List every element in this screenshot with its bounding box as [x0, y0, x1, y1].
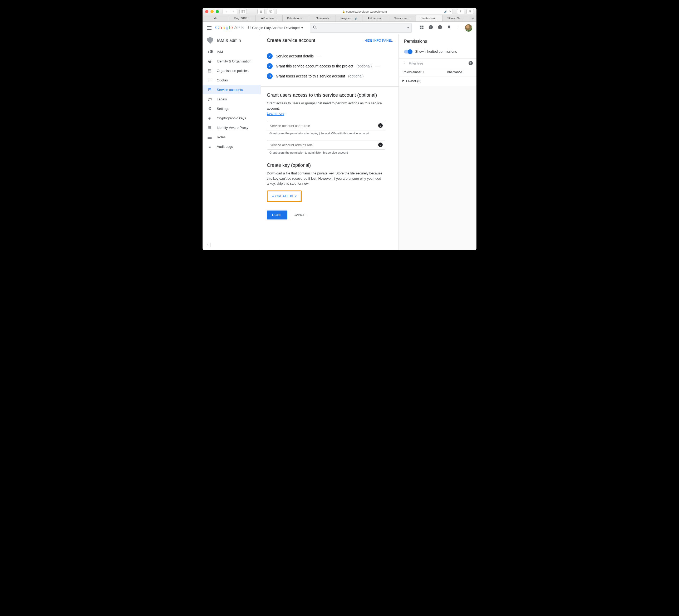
- done-button[interactable]: DONE: [267, 211, 287, 219]
- help-icon[interactable]: ?: [438, 25, 442, 31]
- sidebar-item-label: Identity-Aware Proxy: [217, 126, 248, 130]
- sidebar-item-roles[interactable]: ▬Roles: [202, 132, 261, 142]
- step-label: Grant users access to this service accou…: [276, 74, 345, 78]
- section-description: Download a file that contains the privat…: [267, 171, 383, 186]
- svg-rect-15: [404, 63, 405, 64]
- sidebar-item-identity[interactable]: ◒Identity & Organisation: [202, 56, 261, 66]
- sidebar-item-audit[interactable]: ≡Audit Logs: [202, 142, 261, 151]
- table-row[interactable]: ▶ Owner (3): [399, 76, 477, 86]
- alert-icon[interactable]: [428, 25, 433, 31]
- forward-button[interactable]: ›: [230, 9, 237, 14]
- step-2[interactable]: Grant this service account access to the…: [267, 61, 393, 71]
- sidebar-item-label: Audit Logs: [217, 145, 233, 149]
- collapse-sidebar[interactable]: ‹❘: [207, 242, 212, 247]
- field-hint: Grant users the permission to administer…: [267, 151, 393, 154]
- audio-icon: 🔊: [355, 17, 357, 20]
- sidebar-item-iap[interactable]: ▦Identity-Aware Proxy: [202, 123, 261, 132]
- toolbar-buttons: ◎ ⓘ: [257, 9, 274, 14]
- sidebar-item-service-accounts[interactable]: ⊟Service accounts: [202, 85, 261, 94]
- users-role-field: ?: [267, 121, 385, 130]
- section-title: Grant users access to this service accou…: [267, 92, 393, 98]
- person-icon: ◒: [207, 59, 212, 63]
- close-window[interactable]: [205, 10, 208, 13]
- sidebar-item-settings[interactable]: ⚙Settings: [202, 104, 261, 113]
- avatar[interactable]: [465, 24, 472, 32]
- step-label: Service account details: [276, 54, 314, 58]
- browser-tab-active[interactable]: Create servi…: [416, 15, 443, 21]
- browser-tab[interactable]: Grammarly: [309, 15, 336, 21]
- reload-icon[interactable]: ⟳: [449, 10, 451, 13]
- users-role-input[interactable]: [267, 121, 385, 130]
- sidebar-item-label: Quotas: [217, 78, 228, 82]
- grant-users-section: Grant users access to this service accou…: [261, 87, 398, 160]
- learn-more-link[interactable]: Learn more: [267, 112, 284, 116]
- browser-tab[interactable]: Service acc…: [389, 15, 416, 21]
- browser-tab[interactable]: API access…: [362, 15, 389, 21]
- column-inheritance[interactable]: Inheritance: [446, 70, 473, 74]
- step-1[interactable]: Service account details: [267, 51, 393, 61]
- browser-tab[interactable]: Publish to G…: [283, 15, 309, 21]
- sidebar-icon: [241, 10, 245, 13]
- more-icon[interactable]: ⋮: [456, 25, 460, 30]
- maximize-window[interactable]: [216, 10, 219, 13]
- browser-tab[interactable]: de: [202, 15, 229, 21]
- menu-icon[interactable]: [207, 26, 212, 30]
- step-3[interactable]: 3 Grant users access to this service acc…: [267, 71, 393, 81]
- inherited-toggle[interactable]: [404, 50, 412, 54]
- help-icon[interactable]: ?: [468, 61, 473, 65]
- admins-role-input[interactable]: [267, 140, 385, 150]
- audio-icon[interactable]: 🔊: [444, 10, 447, 13]
- header-icons: ? ⋮: [420, 24, 472, 32]
- sidebar-item-policies[interactable]: ▤Organisation policies: [202, 66, 261, 75]
- sidebar-item-quotas[interactable]: ⬚Quotas: [202, 75, 261, 85]
- sidebar-item-iam[interactable]: +⚉IAM: [202, 47, 261, 56]
- notifications-icon[interactable]: [447, 25, 451, 31]
- new-tab-button[interactable]: +: [469, 15, 477, 21]
- privacy-report-button[interactable]: ◎: [257, 9, 265, 14]
- sidebar-toggle[interactable]: [239, 9, 247, 14]
- step-number-badge: 3: [267, 73, 272, 79]
- tabs-button[interactable]: ⧉: [466, 9, 474, 14]
- column-role[interactable]: Role/Member ↑: [402, 70, 446, 74]
- highlight-annotation: + CREATE KEY: [267, 190, 302, 202]
- cancel-button[interactable]: CANCEL: [294, 213, 308, 217]
- help-icon[interactable]: ?: [378, 143, 383, 147]
- svg-text:?: ?: [439, 26, 441, 29]
- svg-rect-13: [403, 62, 406, 62]
- reader-button[interactable]: ⓘ: [267, 9, 274, 14]
- svg-rect-5: [422, 26, 423, 27]
- proxy-icon: ▦: [207, 125, 212, 130]
- gift-icon[interactable]: [420, 25, 424, 31]
- dropdown-icon[interactable]: ▾: [408, 26, 409, 29]
- section-description: Grant access to users or groups that nee…: [267, 101, 393, 111]
- help-icon[interactable]: ?: [378, 123, 383, 128]
- address-bar[interactable]: 🔒 console.developers.google.com 🔊 ⟳: [276, 9, 453, 14]
- create-key-button[interactable]: + CREATE KEY: [268, 191, 301, 201]
- document-icon: ▤: [207, 68, 212, 73]
- sidebar-item-crypto[interactable]: ◈Cryptographic keys: [202, 113, 261, 123]
- filter-icon: [402, 61, 406, 65]
- plus-icon: +: [272, 194, 274, 199]
- search-box[interactable]: ▾: [310, 23, 412, 33]
- meter-icon: ⬚: [207, 78, 212, 83]
- filter-row[interactable]: Filter tree ?: [399, 59, 477, 68]
- browser-tab[interactable]: Fragmen…🔊: [336, 15, 362, 21]
- button-label: CREATE KEY: [275, 194, 297, 198]
- hide-info-panel-button[interactable]: HIDE INFO PANEL: [364, 39, 393, 42]
- project-icon: ⠿: [248, 25, 251, 30]
- browser-tab[interactable]: API access…: [256, 15, 282, 21]
- search-input[interactable]: [319, 26, 408, 30]
- browser-tab[interactable]: Bug 59400:…: [229, 15, 256, 21]
- svg-line-3: [316, 28, 316, 29]
- sidebar-item-label: Service accounts: [217, 88, 243, 92]
- svg-rect-7: [422, 27, 423, 29]
- google-apis-logo[interactable]: Google APIs: [215, 25, 244, 31]
- table-header: Role/Member ↑ Inheritance: [399, 68, 477, 76]
- browser-tab[interactable]: Stores · Sm…: [443, 15, 469, 21]
- svg-rect-6: [420, 27, 421, 29]
- sidebar-item-labels[interactable]: 🏷Labels: [202, 94, 261, 104]
- share-button[interactable]: ⇪: [457, 9, 464, 14]
- back-button[interactable]: ‹: [223, 9, 230, 14]
- project-selector[interactable]: ⠿ Google Play Android Developer ▾: [248, 25, 303, 30]
- minimize-window[interactable]: [211, 10, 214, 13]
